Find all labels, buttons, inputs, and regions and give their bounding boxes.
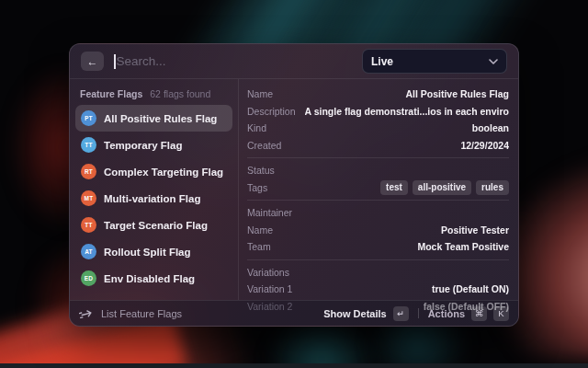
flag-label: Multi-variation Flag <box>104 193 200 204</box>
detail-value: boolean <box>472 122 509 133</box>
detail-label: Name <box>247 224 273 236</box>
flag-label: Complex Targeting Flag <box>104 167 223 178</box>
action-bar: List Feature Flags Show Details ↵ Action… <box>70 300 518 326</box>
flag-avatar: RT <box>81 164 96 179</box>
launcher-window: ← Search... Live Feature Flags 62 flags … <box>69 43 519 327</box>
section-title: Feature Flags <box>80 88 142 99</box>
search-placeholder: Search... <box>117 54 166 68</box>
tag-chip: test <box>380 180 408 195</box>
detail-value: 12/29/2024 <box>460 140 509 151</box>
list-item[interactable]: EDEnv Disabled Flag <box>75 265 232 292</box>
section-divider <box>247 200 509 201</box>
detail-value: true (Default ON) <box>432 283 509 294</box>
detail-label: Variation 1 <box>247 283 292 294</box>
detail-label: Description <box>247 106 296 117</box>
list-section-header: Feature Flags 62 flags found <box>75 85 232 105</box>
flag-avatar: TT <box>81 137 96 153</box>
return-key-icon: ↵ <box>393 306 409 321</box>
detail-label: Tags <box>247 182 267 193</box>
flag-avatar: ED <box>81 270 96 286</box>
flag-avatar: PT <box>81 110 96 126</box>
detail-label: Name <box>247 88 273 99</box>
flag-avatar: TT <box>81 217 96 233</box>
detail-row: NamePositive Tester <box>247 222 509 239</box>
detail-row: Created12/29/2024 <box>247 137 509 155</box>
detail-value: All Positive Rules Flag <box>405 88 509 99</box>
environment-dropdown[interactable]: Live <box>362 49 507 74</box>
detail-label: Maintainer <box>247 207 292 218</box>
detail-value: Mock Team Positive <box>417 241 509 252</box>
tag-list: testall-positiverules <box>380 180 509 195</box>
list-item[interactable]: PTAll Positive Rules Flag <box>75 105 232 132</box>
back-button[interactable]: ← <box>81 52 104 71</box>
list-item[interactable]: ATRollout Split Flag <box>75 238 232 265</box>
tag-chip: all-positive <box>413 180 471 195</box>
detail-value: A single flag demonstrati...ios in each … <box>305 106 509 117</box>
detail-label: Status <box>247 165 275 176</box>
list-item[interactable]: TTTarget Scenario Flag <box>75 212 232 238</box>
detail-row: Maintainer <box>247 204 509 222</box>
flag-label: Target Scenario Flag <box>104 220 208 231</box>
detail-row: DescriptionA single flag demonstrati...i… <box>247 103 509 121</box>
detail-row: Variations <box>247 264 509 282</box>
detail-row: Status <box>247 162 509 179</box>
wallpaper-bottom-strip <box>0 363 588 368</box>
show-details-button[interactable]: Show Details <box>323 308 386 319</box>
footer-divider <box>418 308 419 318</box>
action-bar-left: List Feature Flags <box>79 308 323 319</box>
detail-row: Tagstestall-positiverules <box>247 179 509 197</box>
dropdown-value: Live <box>371 55 393 68</box>
detail-row: NameAll Positive Rules Flag <box>247 86 509 103</box>
command-name: List Feature Flags <box>101 308 182 319</box>
launch-arrow-icon <box>79 308 93 319</box>
results-count: 62 flags found <box>150 88 210 99</box>
tag-chip: rules <box>476 180 509 195</box>
search-header: ← Search... Live <box>70 44 518 79</box>
section-divider <box>247 157 509 158</box>
flag-label: Env Disabled Flag <box>104 273 195 284</box>
actions-button[interactable]: Actions <box>428 308 465 319</box>
window-body: Feature Flags 62 flags found PTAll Posit… <box>70 79 518 300</box>
cmd-key-icon: ⌘ <box>471 306 487 321</box>
chevron-down-icon <box>489 59 498 64</box>
detail-row: Variation 1true (Default ON) <box>247 281 509 298</box>
flag-avatar: MT <box>81 190 96 206</box>
flag-list: PTAll Positive Rules FlagTTTemporary Fla… <box>75 105 232 292</box>
flag-label: Rollout Split Flag <box>104 247 191 258</box>
list-item[interactable]: TTTemporary Flag <box>75 132 232 158</box>
k-key-icon: K <box>493 306 509 321</box>
flag-list-pane: Feature Flags 62 flags found PTAll Posit… <box>70 79 239 300</box>
list-item[interactable]: RTComplex Targeting Flag <box>75 158 232 185</box>
detail-row: Kindboolean <box>247 120 509 137</box>
detail-value: Positive Tester <box>441 224 509 236</box>
back-arrow-icon: ← <box>87 55 98 68</box>
detail-row: TeamMock Team Positive <box>247 238 509 256</box>
action-bar-right: Show Details ↵ Actions ⌘ K <box>323 306 509 321</box>
detail-pane: NameAll Positive Rules FlagDescriptionA … <box>239 79 518 300</box>
detail-label: Team <box>247 241 271 252</box>
section-divider <box>247 259 509 260</box>
search-input[interactable]: Search... <box>114 54 352 69</box>
flag-avatar: AT <box>81 244 96 259</box>
detail-label: Kind <box>247 122 266 133</box>
text-caret <box>114 54 116 69</box>
flag-label: Temporary Flag <box>104 140 182 151</box>
flag-label: All Positive Rules Flag <box>104 113 217 124</box>
detail-label: Created <box>247 140 281 151</box>
detail-label: Variations <box>247 267 289 278</box>
list-item[interactable]: MTMulti-variation Flag <box>75 185 232 212</box>
